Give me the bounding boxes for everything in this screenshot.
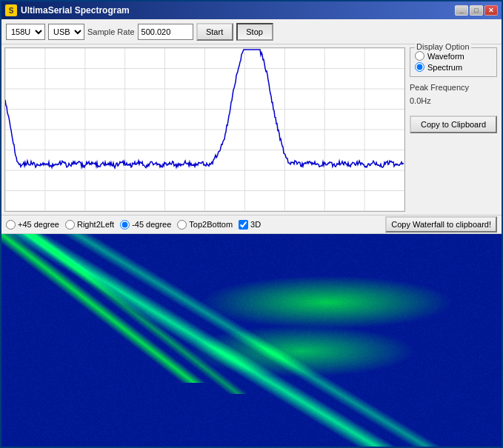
- controls-bar: +45 degree Right2Left -45 degree Top2Bot…: [1, 215, 502, 234]
- peak-frequency-value: 0.0Hz: [410, 96, 497, 105]
- title-bar: S UltimaSerial Spectrogram _ □ ✕: [1, 1, 502, 19]
- maximize-button[interactable]: □: [470, 5, 483, 16]
- start-button[interactable]: Start: [196, 23, 233, 41]
- spectrum-canvas: [5, 48, 404, 211]
- sample-rate-input[interactable]: [138, 24, 193, 40]
- top2bottom-radio[interactable]: [177, 220, 187, 230]
- waveform-label: Waveform: [427, 52, 464, 61]
- spectrum-radio-row: Spectrum: [415, 62, 492, 72]
- waterfall-area: [1, 234, 502, 447]
- waterfall-canvas: [1, 234, 502, 447]
- display-option-label: Display Option: [415, 42, 471, 51]
- app-icon: S: [5, 4, 17, 16]
- waveform-radio[interactable]: [415, 51, 424, 61]
- plus45-label: +45 degree: [18, 220, 59, 229]
- plus45-radio[interactable]: [6, 220, 16, 230]
- close-button[interactable]: ✕: [484, 5, 498, 16]
- right2left-radio[interactable]: [65, 220, 75, 230]
- right2left-radio-group: Right2Left: [65, 220, 114, 230]
- display-option-group: Display Option Waveform Spectrum: [410, 47, 497, 77]
- peak-frequency-label: Peak Frequency: [410, 83, 497, 92]
- minus45-radio-group: -45 degree: [120, 220, 171, 230]
- main-window: S UltimaSerial Spectrogram _ □ ✕ 158U 15…: [0, 0, 503, 448]
- top2bottom-radio-group: Top2Bottom: [177, 220, 233, 230]
- right-panel: Display Option Waveform Spectrum Peak Fr…: [405, 44, 502, 215]
- window-title: UltimaSerial Spectrogram: [21, 5, 130, 16]
- threed-checkbox[interactable]: [239, 220, 248, 230]
- waveform-radio-row: Waveform: [415, 51, 492, 61]
- threed-checkbox-group: 3D: [239, 220, 261, 230]
- sample-rate-label: Sample Rate: [87, 27, 135, 36]
- plus45-radio-group: +45 degree: [6, 220, 59, 230]
- toolbar: 158U 159L 160U USB LSB AM FM Sample Rate…: [1, 19, 502, 44]
- copy-waterfall-button[interactable]: Copy Waterfall to clipboard!: [385, 216, 497, 233]
- mode-select[interactable]: USB LSB AM FM: [48, 24, 84, 40]
- spectrum-area: Display Option Waveform Spectrum Peak Fr…: [1, 44, 502, 215]
- minus45-radio[interactable]: [120, 220, 130, 230]
- main-content: 158U 159L 160U USB LSB AM FM Sample Rate…: [1, 19, 502, 447]
- minus45-label: -45 degree: [132, 220, 171, 229]
- spectrum-label: Spectrum: [427, 63, 462, 72]
- spectrum-chart: [4, 47, 405, 212]
- copy-clipboard-button[interactable]: Copy to Clipboard: [410, 116, 497, 133]
- channel-select[interactable]: 158U 159L 160U: [6, 24, 45, 40]
- right2left-label: Right2Left: [77, 220, 114, 229]
- top2bottom-label: Top2Bottom: [189, 220, 233, 229]
- stop-button[interactable]: Stop: [236, 23, 273, 41]
- minimize-button[interactable]: _: [455, 5, 468, 16]
- threed-label: 3D: [250, 220, 261, 229]
- spectrum-radio[interactable]: [415, 62, 424, 72]
